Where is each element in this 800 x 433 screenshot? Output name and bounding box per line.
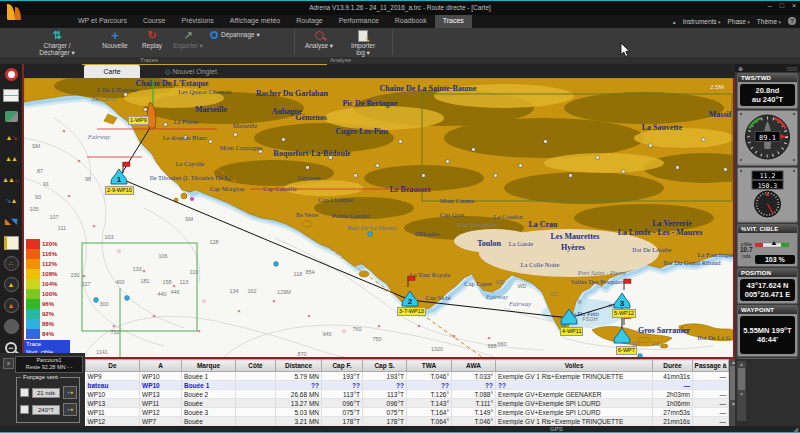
legend-entry: 100%	[26, 289, 57, 299]
depannage-button[interactable]: Dépannage ▾	[210, 31, 260, 39]
table-column-header[interactable]: Passage à	[693, 360, 729, 372]
panel-settings-icon[interactable]: ⊕	[738, 65, 743, 72]
table-column-header[interactable]: TWA	[407, 360, 452, 372]
exporter-button[interactable]: ↗ Exporter ▾	[170, 29, 206, 49]
buoy-icon[interactable]	[638, 354, 643, 357]
sails-icon: ◣◥	[5, 217, 17, 226]
depth-sounding: 106	[158, 253, 167, 259]
mouse-cursor	[620, 43, 631, 58]
ribbon-tab[interactable]: Routage	[288, 15, 330, 28]
zoom-marks-button[interactable]: ▲	[0, 274, 22, 295]
wind-speed-checkbox[interactable]	[20, 388, 29, 397]
mob-button[interactable]	[0, 64, 22, 85]
table-column-header[interactable]: Cap F.	[322, 360, 363, 372]
table-column-header[interactable]: Marque	[182, 360, 236, 372]
tab-nouvel-onglet[interactable]: ◇Nouvel Onglet	[144, 65, 238, 78]
replay-icon: ↻	[147, 29, 156, 41]
app-logo-icon[interactable]	[4, 2, 24, 25]
center-boat-button[interactable]: ▲	[0, 295, 22, 316]
table-row[interactable]: WP11WP12Bouée 3 5.03 MN075°T075°TT.164° …	[86, 408, 729, 417]
import-log-icon	[358, 30, 368, 42]
ribbon-tab[interactable]: Course	[135, 15, 174, 28]
waypoint-instrument[interactable]: WAYPOINT 5.55MN 199°T 46:44'	[737, 305, 798, 357]
waypoints-button[interactable]: ▲▲	[0, 148, 22, 169]
ribbon-tab[interactable]: WP et Parcours	[70, 15, 135, 28]
chart-canvas: 9810310611013312818115811340044044685411…	[24, 78, 733, 357]
ribbon-menu-item[interactable]: Instruments	[683, 18, 721, 25]
wind-speed-picker-button[interactable]: ●●	[63, 386, 77, 399]
table-column-header[interactable]: Durée	[653, 360, 693, 372]
target-speed-instrument[interactable]: %VIT. CIBLE cible 10.7 nds 103 %	[737, 224, 798, 267]
table-column-header[interactable]: Distance	[276, 360, 322, 372]
ribbon-menu-item[interactable]: Thème	[757, 18, 781, 25]
position-instrument[interactable]: POSITION 43°17.624 N 005°20.471 E	[737, 268, 798, 304]
replay-button[interactable]: ↻ Replay	[136, 29, 168, 49]
right-scrollbar[interactable]: ▲▼	[737, 361, 746, 421]
boat-options-button[interactable]	[0, 106, 22, 127]
analyse-button[interactable]: Analyse ▾	[300, 29, 338, 49]
roadbook-button[interactable]	[0, 232, 22, 253]
buoy-icon[interactable]	[94, 298, 99, 303]
nautical-chart[interactable]: 9810310611013312818115811340044044685411…	[24, 78, 735, 359]
table-row[interactable]: WP12WP7Bouée 3.21 MN178°T178°TT.064° T.0…	[86, 417, 729, 426]
chart-select-button[interactable]	[0, 85, 22, 106]
target-speed-value: 10.7	[740, 247, 753, 253]
ribbon-tab[interactable]: Affichage météo	[222, 15, 288, 28]
buoy-icon[interactable]	[125, 296, 130, 301]
compass-speed-gauge[interactable]: 11.2 150.3	[737, 167, 798, 223]
route-edit-button[interactable]: ▲↘	[0, 127, 22, 148]
table-column-header[interactable]: De	[86, 360, 140, 372]
ribbon-tab[interactable]: Roadbook	[387, 15, 435, 28]
importer-log-button[interactable]: Importerlog ▾	[342, 29, 384, 56]
wind-dir-field[interactable]: 240°T	[32, 405, 60, 415]
collapse-ribbon-icon[interactable]: ▴	[673, 18, 676, 25]
table-column-header[interactable]: Côté	[236, 360, 276, 372]
table-row[interactable]: WP10WP13Bouée 2 26.68 MN113°T113°TT.126°…	[86, 390, 729, 399]
buoy-icon[interactable]	[368, 232, 373, 237]
ribbon-tab[interactable]: Performance	[331, 15, 387, 28]
wind-speed-field[interactable]: 21 nds	[32, 388, 60, 398]
depth-sounding: 134	[229, 288, 238, 294]
tab-carte[interactable]: Carte	[84, 65, 140, 78]
landmark-icon	[354, 174, 357, 177]
waypoint-add-button[interactable]: ▲▲←	[0, 169, 22, 190]
legend-color-chip	[26, 319, 40, 329]
wind-angle-gauge[interactable]: 89.1	[737, 110, 798, 166]
seamark-icon: ×	[92, 223, 96, 229]
sails-button[interactable]: ◣◥	[0, 211, 22, 232]
table-row[interactable]: WP13WP11Bouée 13.27 MN096°T096°TT.143° T…	[86, 399, 729, 408]
parcours-close-button[interactable]: x	[3, 358, 14, 369]
zoom-route-button[interactable]: ∴	[0, 253, 22, 274]
maximize-button[interactable]: □	[780, 2, 784, 9]
table-row[interactable]: WP9WP10Bouée 1 5.79 MN193°T193°TT.046° T…	[86, 372, 729, 381]
seamark-icon: ×	[487, 335, 491, 341]
table-column-header[interactable]: AWA	[452, 360, 496, 372]
route-table[interactable]: DeAMarqueCôtéDistanceCap F.Cap S.TWAAWAV…	[85, 359, 729, 426]
waypoint-goto-button[interactable]: ↘▲	[0, 190, 22, 211]
place-label: Baie De La Moutte	[347, 224, 397, 231]
table-column-header[interactable]: Voiles	[496, 360, 653, 372]
seamark-icon: ×	[417, 323, 421, 329]
ribbon-tab[interactable]: Traces	[435, 15, 472, 28]
depth-sounding: 103	[104, 234, 113, 240]
nouvelle-button[interactable]: + Nouvelle	[96, 29, 134, 49]
buoy-icon[interactable]	[274, 262, 279, 267]
panel-menu-icon[interactable]: ◻◻◻	[787, 66, 797, 71]
charger-decharger-button[interactable]: ⇅ Charger /Décharger ▾	[24, 29, 90, 56]
wind-dir-checkbox[interactable]	[20, 405, 29, 414]
table-row[interactable]: bateauWP10Bouée 1 ???????? ????—	[86, 381, 729, 390]
ribbon-tab[interactable]: Prévisions	[173, 15, 221, 28]
plus-icon: +	[111, 31, 119, 41]
tws-twd-instrument[interactable]: TWS/TWD 20.8nd au 240°T	[737, 73, 798, 109]
pan-button[interactable]	[0, 316, 22, 337]
legend-label: 120%	[42, 241, 57, 247]
ribbon-menu-item[interactable]: Phase	[728, 18, 750, 25]
help-icon[interactable]: ?	[788, 17, 796, 25]
close-button[interactable]: ×	[792, 2, 796, 9]
table-column-header[interactable]: Cap S.	[363, 360, 407, 372]
zoom-out-icon: −	[5, 342, 17, 354]
wind-dir-picker-button[interactable]: ●●	[63, 403, 77, 416]
place-label: Cap Canaille	[263, 185, 297, 192]
table-column-header[interactable]: A	[140, 360, 182, 372]
minimize-button[interactable]: –	[768, 2, 772, 9]
